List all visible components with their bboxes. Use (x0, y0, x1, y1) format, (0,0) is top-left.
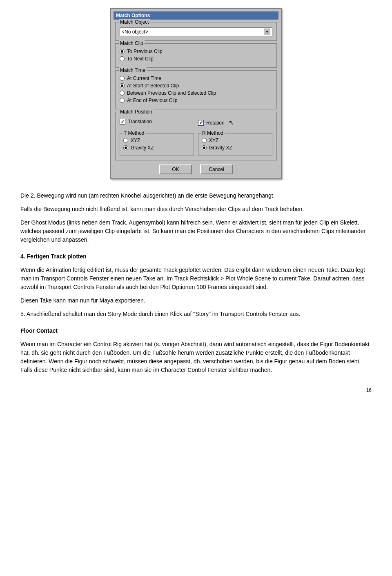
paragraph-2: Falls die Bewegung noch nicht fließend i… (20, 205, 372, 213)
dropdown-arrow-icon[interactable]: ▼ (264, 29, 270, 35)
t-gravity-label: Gravity XZ (131, 145, 154, 151)
t-xyz-outer[interactable] (123, 138, 128, 143)
paragraph-section5: 5. Anschließend schaltet man den Story M… (20, 310, 372, 318)
paragraph-1: Die 2. Bewegung wird nun (am rechten Knö… (20, 191, 372, 200)
match-options-dialog: Match Options Match Object <No object> ▼… (110, 8, 282, 179)
radio-previous-label: To Previous Clip (127, 49, 163, 54)
radio-between-outer[interactable] (120, 91, 125, 96)
radio-between-previous-selected[interactable]: Between Previous Clip and Selected Clip (120, 90, 272, 96)
r-gravity-label: Gravity XZ (209, 145, 232, 151)
radio-previous-inner (121, 50, 123, 53)
dialog-area: Match Options Match Object <No object> ▼… (16, 8, 376, 179)
match-object-group: Match Object <No object> ▼ (115, 22, 277, 41)
radio-current-time-label: At Current Time (127, 76, 161, 81)
match-position-label: Match Position (119, 109, 154, 115)
t-method-gravity-xz[interactable]: Gravity XZ (123, 145, 190, 151)
radio-at-start-selected-clip[interactable]: At Start of Selected Clip (120, 83, 272, 89)
radio-start-selected-label: At Start of Selected Clip (127, 83, 179, 89)
dialog-buttons: OK Cancel (115, 165, 277, 174)
r-xyz-label: XYZ (209, 138, 218, 143)
radio-to-previous-clip[interactable]: To Previous Clip (120, 49, 272, 54)
t-method-label: T Method (122, 130, 145, 136)
r-gravity-inner (203, 147, 205, 149)
dropdown-value: <No object> (122, 29, 148, 35)
page-number: 16 (20, 387, 372, 394)
t-method-group: T Method XYZ Gravity (120, 133, 194, 156)
radio-start-selected-outer[interactable] (120, 83, 125, 88)
match-clip-options: To Previous Clip To Next Clip (120, 49, 272, 62)
radio-end-previous-outer[interactable] (120, 98, 125, 103)
floor-contact-heading: Floor Contact (20, 327, 372, 335)
radio-previous-outer[interactable] (120, 49, 125, 54)
content-area: Die 2. Bewegung wird nun (am rechten Knö… (16, 191, 376, 394)
rotation-label: Rotation (206, 120, 225, 126)
match-position-checkboxes: ✔ Translation ✔ Rotation ↖ (120, 117, 272, 128)
match-time-group: Match Time At Current Time At Start of S… (115, 70, 277, 109)
radio-current-time-outer[interactable] (120, 76, 125, 81)
cancel-button[interactable]: Cancel (200, 165, 233, 174)
radio-between-label: Between Previous Clip and Selected Clip (127, 90, 216, 96)
no-object-dropdown[interactable]: <No object> ▼ (120, 27, 272, 36)
paragraph-3: Der Ghost Modus (links neben dem Track, … (20, 218, 372, 244)
radio-at-end-previous[interactable]: At End of Previous Clip (120, 98, 272, 103)
ok-button[interactable]: OK (159, 165, 192, 174)
match-clip-label: Match Clip (119, 40, 145, 46)
radio-end-previous-label: At End of Previous Clip (127, 98, 177, 103)
section-4-heading: 4. Fertigen Track plotten (20, 252, 372, 261)
radio-start-selected-inner (121, 85, 123, 87)
radio-next-outer[interactable] (120, 56, 125, 61)
translation-checkbox-item[interactable]: ✔ Translation (120, 119, 194, 125)
r-method-gravity-xz[interactable]: Gravity XZ (202, 145, 269, 151)
method-groups: T Method XYZ Gravity (120, 131, 272, 156)
match-object-label: Match Object (119, 19, 150, 25)
t-xyz-label: XYZ (131, 138, 140, 143)
match-position-group: Match Position ✔ Translation ✔ Rotation (115, 112, 277, 160)
radio-to-next-clip[interactable]: To Next Clip (120, 56, 272, 62)
match-time-label: Match Time (119, 67, 147, 73)
translation-checkbox[interactable]: ✔ (120, 119, 125, 125)
translation-label: Translation (128, 119, 152, 125)
match-clip-group: Match Clip To Previous Clip To Next Clip (115, 43, 277, 68)
dialog-title: Match Options (114, 11, 278, 20)
t-method-xyz[interactable]: XYZ (123, 138, 190, 143)
r-method-group: R Method XYZ Gravity (198, 133, 272, 156)
cursor-icon: ↖ (229, 119, 234, 127)
paragraph-4: Wenn die Animation fertig editiert ist, … (20, 266, 372, 291)
radio-next-label: To Next Clip (127, 56, 154, 62)
r-method-xyz[interactable]: XYZ (202, 138, 269, 143)
paragraph-6: Wenn man im Character ein Control Rig ak… (20, 340, 372, 374)
radio-at-current-time[interactable]: At Current Time (120, 76, 272, 81)
r-xyz-outer[interactable] (202, 138, 207, 143)
match-time-options: At Current Time At Start of Selected Cli… (120, 76, 272, 103)
rotation-checkbox-item[interactable]: ✔ Rotation ↖ (198, 119, 272, 127)
r-gravity-outer[interactable] (202, 145, 207, 150)
paragraph-5: Diesen Take kann man nun für Maya export… (20, 296, 372, 305)
r-method-label: R Method (201, 130, 225, 136)
t-gravity-outer[interactable] (123, 145, 128, 150)
rotation-checkbox[interactable]: ✔ (198, 120, 204, 126)
t-gravity-inner (125, 147, 127, 149)
